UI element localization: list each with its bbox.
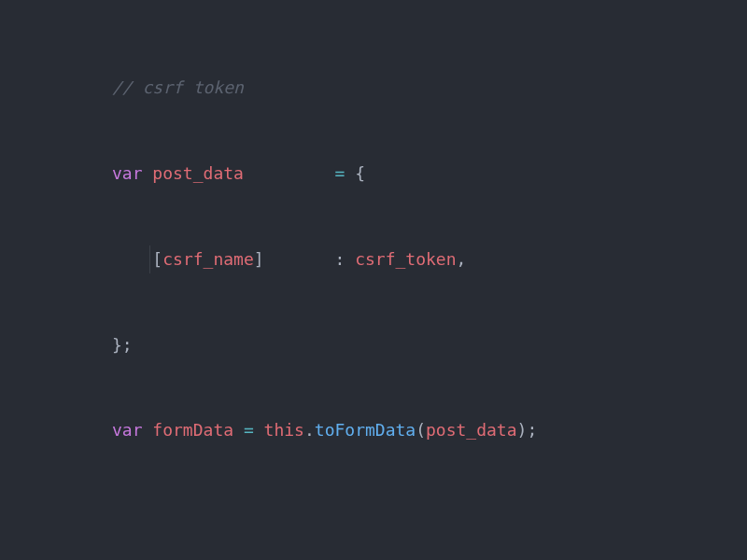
code-line: var formData = this.toFormData(post_data… [0,416,747,445]
code-line [0,502,747,531]
brace: }; [112,335,133,355]
comment: // csrf token [112,77,244,97]
code-line: var post_data = { [0,160,747,189]
keyword-var: var [112,163,143,183]
bracket: [ [152,249,162,269]
identifier: csrf_name [162,249,254,269]
code-line: [csrf_name] : csrf_token, [0,245,747,274]
identifier: post_data [152,163,244,183]
keyword-var: var [112,420,143,440]
identifier: formData [152,420,233,440]
code-line: // csrf token [0,74,747,103]
code-editor[interactable]: // csrf token var post_data = { [csrf_na… [0,0,747,560]
operator: = [244,420,254,440]
colon: : [334,249,345,269]
dot: . [304,420,315,440]
operator: = [334,163,345,183]
identifier: post_data [426,420,517,440]
paren: ); [517,420,538,440]
this-keyword: this [264,420,304,440]
comma: , [457,249,467,269]
identifier: csrf_token [355,249,456,269]
code-line: }; [0,331,747,360]
function-call: toFormData [315,420,416,440]
brace: { [355,163,365,183]
paren: ( [416,420,426,440]
bracket: ] [254,249,264,269]
